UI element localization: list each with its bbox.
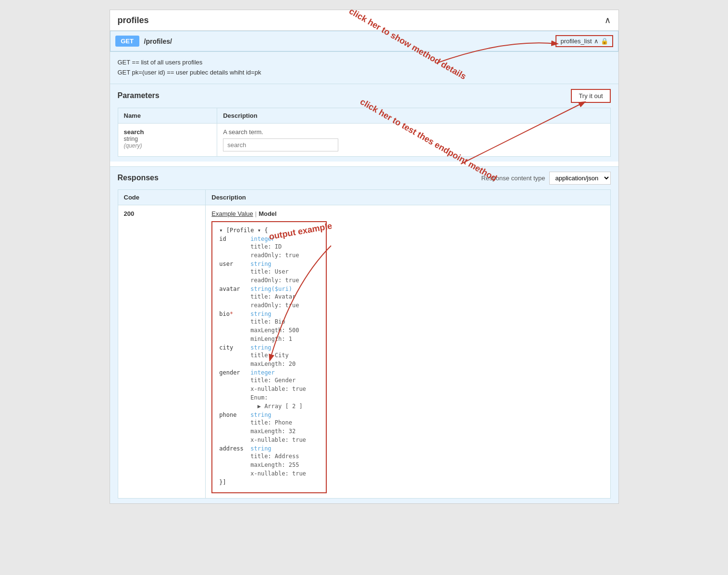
param-name: search — [124, 128, 211, 136]
response-table: Code Description 200 Example Value | Mod… — [118, 189, 611, 499]
param-description-cell: A search term. — [217, 123, 610, 156]
field-id: id integer title: IDreadOnly: true — [219, 236, 319, 260]
search-input[interactable] — [223, 138, 338, 151]
lock-icon: 🔒 — [601, 38, 608, 45]
description-line2: GET pk=(user id) == user publec details … — [118, 68, 611, 78]
endpoint-bar: GET /profiles/ profiles_list ∧ 🔒 — [110, 31, 618, 51]
field-address: address string title: AddressmaxLength: … — [219, 445, 319, 478]
response-code: 200 — [124, 210, 135, 217]
content-type-select[interactable]: application/json — [549, 172, 611, 185]
try-it-out-button[interactable]: Try it out — [571, 89, 610, 103]
parameters-section: Parameters Try it out Name Description s… — [110, 84, 618, 162]
parameters-table: Name Description search string (query) A… — [118, 108, 611, 157]
parameters-header: Parameters Try it out — [118, 89, 611, 103]
model-opening: ▾ [Profile ▾ { — [219, 227, 319, 234]
collapse-icon[interactable]: ∧ — [605, 15, 611, 25]
response-code-cell: 200 — [118, 205, 206, 498]
profiles-list-badge[interactable]: profiles_list ∧ 🔒 — [555, 35, 613, 47]
description-col-header: Description — [206, 189, 610, 205]
operation-id-label: profiles_list — [560, 38, 592, 45]
col-name-header: Name — [118, 108, 217, 123]
code-col-header: Code — [118, 189, 206, 205]
section-header: profiles ∧ — [110, 10, 618, 31]
field-user: user string title: UserreadOnly: true — [219, 261, 319, 285]
field-phone: phone string title: PhonemaxLength: 32x-… — [219, 412, 319, 444]
endpoint-path: /profiles/ — [144, 38, 551, 45]
param-type: string — [124, 136, 211, 142]
chevron-up-icon: ∧ — [594, 38, 599, 45]
field-avatar: avatar string($uri) title: AvatarreadOnl… — [219, 286, 319, 310]
param-description: A search term. — [223, 128, 604, 136]
field-gender: gender integer title: Genderx-nullable: … — [219, 369, 319, 411]
content-type-label: Response content type — [481, 175, 545, 182]
model-box: ▾ [Profile ▾ { id integer title: IDreadO… — [211, 221, 327, 493]
description-line1: GET == list of all users profiles — [118, 58, 611, 68]
tab-model[interactable]: Model — [259, 210, 277, 217]
parameters-title: Parameters — [118, 91, 160, 100]
field-city: city string title: CitymaxLength: 20 — [219, 344, 319, 368]
param-location: (query) — [124, 142, 211, 149]
responses-section: Responses Response content type applicat… — [110, 166, 618, 503]
table-row: search string (query) A search term. — [118, 123, 610, 156]
model-closing: }] — [219, 479, 319, 486]
responses-title: Responses — [118, 174, 159, 182]
response-content-type: Response content type application/json — [481, 172, 611, 185]
responses-header: Responses Response content type applicat… — [118, 172, 611, 185]
field-bio: bio* string title: BiomaxLength: 500minL… — [219, 311, 319, 343]
example-model-tabs: Example Value | Model — [211, 210, 604, 217]
section-title: profiles — [118, 15, 149, 25]
response-description-cell: Example Value | Model ▾ [Profile ▾ { id … — [206, 205, 610, 498]
method-badge: GET — [115, 36, 139, 47]
response-row: 200 Example Value | Model ▾ [Profile ▾ { — [118, 205, 610, 498]
col-description-header: Description — [217, 108, 610, 123]
tab-example-value[interactable]: Example Value — [211, 210, 253, 217]
description-block: GET == list of all users profiles GET pk… — [110, 51, 618, 84]
param-name-cell: search string (query) — [118, 123, 217, 156]
